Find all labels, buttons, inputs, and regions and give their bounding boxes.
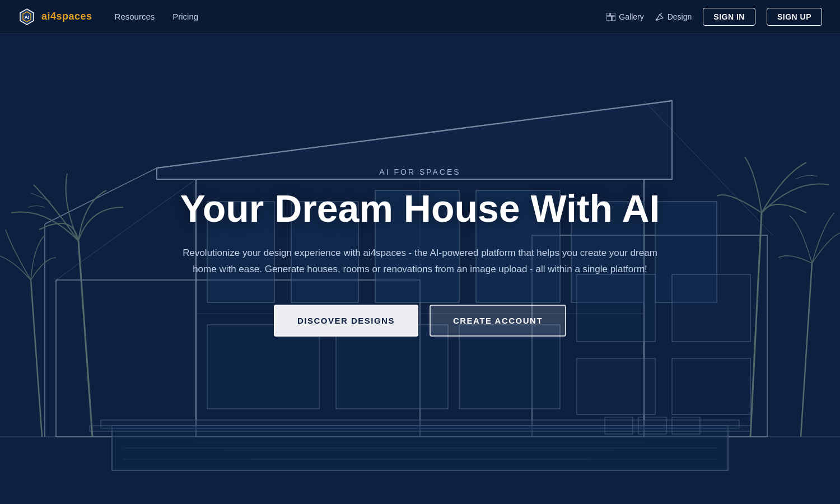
svg-rect-14 [336, 325, 448, 409]
design-link[interactable]: Design [655, 12, 692, 21]
svg-line-27 [31, 280, 42, 437]
svg-rect-47 [610, 13, 615, 16]
gallery-link[interactable]: Gallery [606, 12, 643, 21]
logo-text: ai4spaces [41, 11, 92, 22]
navbar: AI ai4spaces Resources Pricing Gallery [0, 0, 840, 34]
hero-description: Revolutionize your design experience wit… [179, 245, 661, 278]
svg-line-26 [78, 241, 92, 437]
hero-section: AI ai4spaces Resources Pricing Gallery [0, 0, 840, 504]
svg-text:AI: AI [25, 15, 30, 20]
hero-title: Your Dream House With AI [179, 188, 661, 230]
nav-right: Gallery Design SIGN IN SIGN UP [606, 8, 822, 26]
svg-rect-48 [606, 16, 612, 21]
svg-line-28 [750, 213, 762, 437]
nav-resources[interactable]: Resources [115, 12, 155, 21]
svg-rect-19 [672, 358, 750, 414]
signup-button[interactable]: SIGN UP [767, 8, 822, 26]
gallery-label: Gallery [619, 12, 643, 21]
svg-rect-46 [606, 13, 610, 16]
signin-button[interactable]: SIGN IN [703, 8, 755, 26]
hero-content: AI for SPACES Your Dream House With AI R… [157, 167, 683, 337]
design-label: Design [668, 12, 692, 21]
svg-rect-18 [577, 358, 655, 414]
logo-icon: AI [18, 8, 36, 26]
svg-rect-17 [672, 274, 750, 342]
design-icon [655, 12, 664, 21]
svg-line-50 [660, 13, 662, 15]
svg-line-5 [45, 168, 157, 224]
svg-rect-15 [459, 325, 560, 409]
svg-line-29 [801, 263, 812, 437]
hero-eyebrow: AI for SPACES [179, 167, 661, 176]
nav-pricing[interactable]: Pricing [172, 12, 198, 21]
nav-links: Resources Pricing [115, 12, 199, 21]
gallery-icon [606, 13, 615, 21]
hero-buttons: DISCOVER DESIGNS CREATE ACCOUNT [179, 305, 661, 337]
svg-rect-49 [612, 16, 615, 21]
create-account-button[interactable]: CREATE ACCOUNT [430, 305, 566, 337]
svg-rect-13 [207, 325, 319, 409]
discover-designs-button[interactable]: DISCOVER DESIGNS [274, 305, 418, 337]
logo[interactable]: AI ai4spaces [18, 8, 92, 26]
